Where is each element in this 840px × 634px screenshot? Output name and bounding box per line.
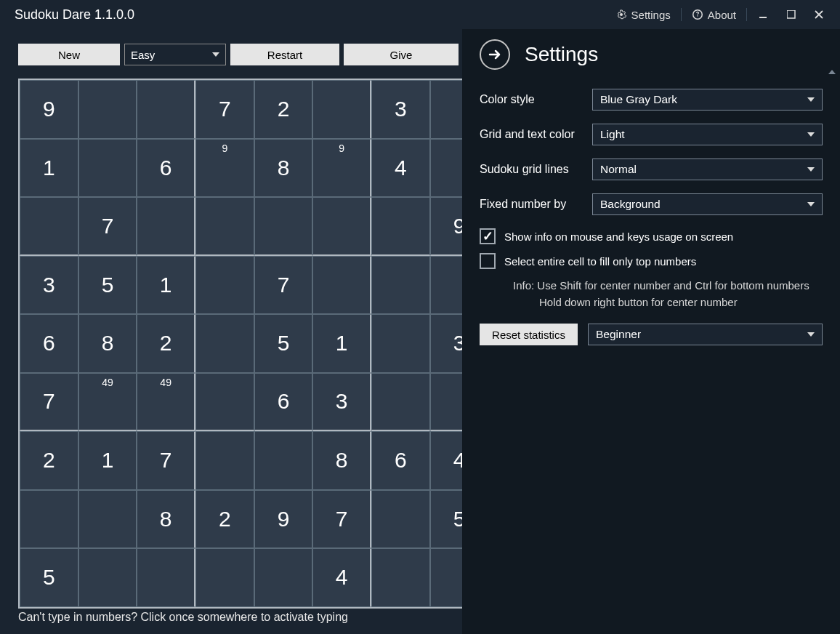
sudoku-cell[interactable]: 2 xyxy=(254,80,313,139)
select-entire-checkbox[interactable] xyxy=(480,253,496,269)
sudoku-cell[interactable]: 7 xyxy=(312,490,371,549)
sudoku-cell[interactable]: 9 xyxy=(20,80,78,139)
color-style-select[interactable]: Blue Gray Dark xyxy=(592,89,823,111)
scroll-up-icon[interactable] xyxy=(828,70,836,74)
sudoku-cell[interactable]: 6 xyxy=(137,139,195,198)
sudoku-cell[interactable] xyxy=(371,197,430,256)
sudoku-cell[interactable] xyxy=(137,80,195,139)
show-info-checkbox[interactable] xyxy=(480,228,496,244)
restart-button[interactable]: Restart xyxy=(230,44,339,65)
sudoku-cell[interactable] xyxy=(137,197,195,256)
sudoku-cell[interactable] xyxy=(254,431,313,490)
sudoku-cell[interactable] xyxy=(78,548,137,607)
sudoku-cell[interactable]: 8 xyxy=(254,139,313,198)
sudoku-cell[interactable] xyxy=(195,256,254,315)
sudoku-cell[interactable]: 5 xyxy=(254,314,313,373)
close-icon xyxy=(815,10,823,19)
sudoku-cell[interactable] xyxy=(195,314,254,373)
sudoku-cell[interactable]: 8 xyxy=(312,431,371,490)
panel-title: Settings xyxy=(525,43,598,66)
sudoku-cell[interactable] xyxy=(371,256,430,315)
sudoku-cell[interactable] xyxy=(254,548,313,607)
chevron-down-icon xyxy=(807,97,815,102)
hint-text: Can't type in numbers? Click once somewh… xyxy=(18,611,348,624)
sudoku-cell[interactable] xyxy=(371,314,430,373)
sudoku-cell[interactable]: 3 xyxy=(20,256,78,315)
titlebar-settings-button[interactable]: Settings xyxy=(610,6,677,24)
sudoku-cell[interactable] xyxy=(371,490,430,549)
sudoku-cell[interactable]: 8 xyxy=(137,490,195,549)
fixed-number-select[interactable]: Background xyxy=(592,193,823,215)
sudoku-cell[interactable]: 6 xyxy=(254,373,313,432)
sudoku-cell[interactable]: 49 xyxy=(78,373,137,432)
color-style-value: Blue Gray Dark xyxy=(600,93,677,106)
sudoku-cell[interactable]: 6 xyxy=(371,431,430,490)
sudoku-cell[interactable]: 5 xyxy=(78,256,137,315)
sudoku-cell[interactable]: 7 xyxy=(78,197,137,256)
sudoku-cell[interactable]: 6 xyxy=(20,314,78,373)
minimize-button[interactable] xyxy=(751,4,776,25)
sudoku-cell[interactable] xyxy=(254,197,313,256)
reset-level-select[interactable]: Beginner xyxy=(588,324,823,345)
sudoku-cell[interactable]: 7 xyxy=(137,431,195,490)
sudoku-cell[interactable]: 3 xyxy=(371,80,430,139)
sudoku-cell[interactable]: 7 xyxy=(20,373,78,432)
color-style-label: Color style xyxy=(480,93,592,106)
sudoku-cell[interactable]: 7 xyxy=(254,256,313,315)
sudoku-cell[interactable]: 8 xyxy=(78,314,137,373)
about-label: About xyxy=(708,9,736,21)
sudoku-cell[interactable]: 49 xyxy=(137,373,195,432)
sudoku-cell[interactable] xyxy=(371,548,430,607)
sudoku-cell[interactable]: 9 xyxy=(195,139,254,198)
reset-statistics-button[interactable]: Reset statistics xyxy=(480,324,578,345)
chevron-down-icon xyxy=(807,202,815,206)
sudoku-cell[interactable] xyxy=(312,80,371,139)
svg-rect-0 xyxy=(759,17,767,18)
sudoku-cell[interactable] xyxy=(137,548,195,607)
sudoku-cell[interactable]: 4 xyxy=(371,139,430,198)
sudoku-cell[interactable] xyxy=(78,490,137,549)
grid-color-select[interactable]: Light xyxy=(592,124,823,145)
sudoku-cell[interactable] xyxy=(20,490,78,549)
maximize-icon xyxy=(787,10,796,19)
maximize-button[interactable] xyxy=(779,4,804,25)
sudoku-cell[interactable] xyxy=(312,197,371,256)
separator xyxy=(746,8,747,21)
sudoku-cell[interactable]: 2 xyxy=(20,431,78,490)
sudoku-cell[interactable]: 2 xyxy=(137,314,195,373)
difficulty-select[interactable]: Easy xyxy=(124,44,226,65)
chevron-down-icon xyxy=(807,167,815,172)
close-button[interactable] xyxy=(807,4,831,25)
sudoku-cell[interactable]: 5 xyxy=(20,548,78,607)
fixed-number-label: Fixed number by xyxy=(480,198,592,211)
fixed-number-value: Background xyxy=(600,198,661,211)
give-button[interactable]: Give xyxy=(344,44,459,65)
new-button[interactable]: New xyxy=(18,44,120,65)
sudoku-cell[interactable]: 9 xyxy=(254,490,313,549)
panel-close-button[interactable] xyxy=(480,39,510,70)
grid-lines-select[interactable]: Normal xyxy=(592,158,823,180)
sudoku-cell[interactable] xyxy=(312,256,371,315)
sudoku-cell[interactable] xyxy=(371,373,430,432)
sudoku-cell[interactable]: 7 xyxy=(195,80,254,139)
sudoku-cell[interactable]: 1 xyxy=(137,256,195,315)
sudoku-cell[interactable]: 2 xyxy=(195,490,254,549)
sudoku-cell[interactable]: 1 xyxy=(312,314,371,373)
sudoku-cell[interactable] xyxy=(20,197,78,256)
sudoku-cell[interactable]: 9 xyxy=(312,139,371,198)
gear-icon xyxy=(615,9,627,20)
sudoku-cell[interactable] xyxy=(195,431,254,490)
sudoku-cell[interactable] xyxy=(78,80,137,139)
sudoku-cell[interactable] xyxy=(195,548,254,607)
sudoku-cell[interactable]: 1 xyxy=(20,139,78,198)
sudoku-cell[interactable]: 3 xyxy=(312,373,371,432)
minimize-icon xyxy=(759,10,768,19)
sudoku-cell[interactable] xyxy=(78,139,137,198)
sudoku-cell[interactable]: 4 xyxy=(312,548,371,607)
cell-note: 49 xyxy=(137,377,194,388)
reset-level-value: Beginner xyxy=(596,328,641,341)
sudoku-cell[interactable]: 1 xyxy=(78,431,137,490)
sudoku-cell[interactable] xyxy=(195,197,254,256)
sudoku-cell[interactable] xyxy=(195,373,254,432)
titlebar-about-button[interactable]: About xyxy=(686,6,742,24)
